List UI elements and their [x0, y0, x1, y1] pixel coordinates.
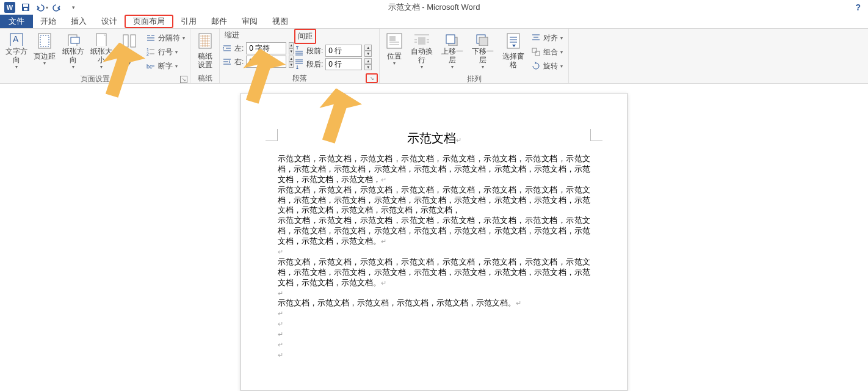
- svg-text:bc: bc: [146, 64, 153, 70]
- document-paragraph[interactable]: ↵: [278, 319, 590, 329]
- svg-text:1: 1: [146, 48, 149, 52]
- document-paragraph[interactable]: ↵: [278, 288, 590, 299]
- spacing-before-input[interactable]: [325, 45, 362, 57]
- ribbon-tabs: 文件 开始 插入 设计 页面布局 引用 邮件 审阅 视图: [0, 15, 868, 29]
- spacing-after-spinner[interactable]: ▲▼: [364, 58, 372, 70]
- spacing-after-label: 段后:: [306, 59, 323, 70]
- annotation-arrow-spacing: [226, 49, 287, 110]
- paragraph-launcher[interactable]: ↘: [366, 73, 378, 83]
- group-label-arrange: 排列: [380, 74, 568, 84]
- breaks-icon: [146, 33, 156, 43]
- spacing-before-label: 段前:: [306, 46, 323, 56]
- svg-rect-20: [446, 35, 455, 43]
- tab-references[interactable]: 引用: [173, 15, 204, 28]
- document-paragraph[interactable]: 示范文档，示范文档，示范文档，示范文档，示范文档，示范文档，示范文档，示范文档，…: [278, 185, 590, 216]
- title-bar: W ▾ ▾ 示范文档 - Microsoft Word ?: [0, 0, 868, 15]
- redo-button[interactable]: [50, 1, 65, 13]
- spacing-header: 间距: [294, 29, 316, 44]
- group-label-manuscript: 稿纸: [190, 73, 219, 83]
- document-paragraph[interactable]: 示范文档，示范文档，示范文档，示范文档，示范文档，示范文档，示范文档，示范文档，…: [278, 257, 590, 288]
- text-direction-button[interactable]: A 文字方向▾: [2, 30, 31, 71]
- svg-marker-28: [318, 89, 363, 145]
- spacing-before-icon: [294, 46, 304, 56]
- svg-marker-26: [101, 43, 146, 99]
- svg-rect-8: [71, 37, 79, 43]
- group-icon: [531, 47, 541, 57]
- svg-rect-1: [23, 4, 28, 7]
- group-manuscript: 稿纸 设置 稿纸: [190, 29, 220, 83]
- window-title: 示范文档 - Microsoft Word: [388, 2, 480, 13]
- send-backward-button[interactable]: 下移一层▾: [468, 30, 498, 71]
- annotation-arrow-launcher: [302, 89, 363, 150]
- tab-page-layout[interactable]: 页面布局: [125, 15, 173, 28]
- orientation-button[interactable]: 纸张方向▾: [59, 30, 87, 71]
- line-numbers-icon: 12: [146, 47, 156, 57]
- document-paragraph[interactable]: 示范文档，示范文档，示范文档，示范文档，示范文档，示范文档，示范文档，示范文档，…: [278, 216, 590, 247]
- document-paragraph[interactable]: ↵: [278, 340, 590, 350]
- document-paragraph[interactable]: ↵: [278, 309, 590, 319]
- hyphenation-icon: bc: [146, 61, 156, 71]
- hyphenation-button[interactable]: bc 断字▾: [143, 59, 187, 73]
- qat-customize[interactable]: ▾: [66, 1, 81, 13]
- group-objects-button[interactable]: 组合▾: [529, 45, 565, 59]
- document-paragraph[interactable]: 示范文档，示范文档，示范文档，示范文档，示范文档，示范文档，示范文档，示范文档，…: [278, 154, 590, 185]
- tab-mailings[interactable]: 邮件: [204, 15, 234, 28]
- bring-forward-button[interactable]: 上移一层▾: [437, 30, 468, 71]
- tab-home[interactable]: 开始: [33, 15, 63, 28]
- save-button[interactable]: [18, 1, 33, 13]
- position-button[interactable]: 位置▾: [382, 30, 407, 71]
- svg-marker-27: [242, 49, 287, 105]
- align-icon: [531, 33, 541, 43]
- quick-access-toolbar: W ▾ ▾: [0, 1, 81, 13]
- group-arrange: 位置▾ 自动换行▾ 上移一层▾ 下移一层▾ 选择窗格 对齐▾: [380, 29, 569, 83]
- word-icon: W: [2, 1, 17, 13]
- page-setup-launcher[interactable]: ↘: [180, 76, 187, 83]
- wrap-text-button[interactable]: 自动换行▾: [407, 30, 437, 71]
- svg-rect-25: [535, 51, 540, 56]
- svg-text:2: 2: [146, 52, 149, 56]
- document-page[interactable]: 示范文档↵ 示范文档，示范文档，示范文档，示范文档，示范文档，示范文档，示范文档…: [241, 93, 627, 391]
- svg-rect-5: [38, 34, 51, 48]
- tab-file[interactable]: 文件: [0, 15, 33, 28]
- svg-rect-22: [479, 37, 488, 46]
- tab-review[interactable]: 审阅: [234, 15, 265, 28]
- selection-pane-button[interactable]: 选择窗格: [498, 30, 529, 71]
- document-paragraph[interactable]: 示范文档，示范文档，示范文档，示范文档，示范文档，示范文档。↵: [278, 298, 590, 309]
- document-paragraph[interactable]: ↵: [278, 247, 590, 257]
- margins-button[interactable]: 页边距▾: [31, 30, 59, 71]
- align-button[interactable]: 对齐▾: [529, 31, 565, 45]
- margin-corner-tl: [266, 129, 278, 141]
- spacing-before-spinner[interactable]: ▲▼: [364, 45, 372, 57]
- tab-insert[interactable]: 插入: [63, 15, 94, 28]
- rotate-button[interactable]: 旋转▾: [529, 59, 565, 73]
- spacing-after-icon: [294, 59, 304, 69]
- document-paragraph[interactable]: ↵: [278, 350, 590, 360]
- svg-rect-18: [418, 37, 425, 45]
- indent-header: 缩进: [222, 29, 292, 42]
- breaks-button[interactable]: 分隔符▾: [143, 31, 187, 45]
- annotation-arrow-tab: [85, 43, 146, 104]
- tab-design[interactable]: 设计: [94, 15, 125, 28]
- document-area: 示范文档↵ 示范文档，示范文档，示范文档，示范文档，示范文档，示范文档，示范文档…: [0, 84, 868, 391]
- svg-rect-2: [24, 8, 27, 10]
- margin-corner-tr: [590, 129, 602, 141]
- line-numbers-button[interactable]: 12 行号▾: [143, 45, 187, 59]
- svg-rect-17: [389, 36, 396, 41]
- svg-rect-24: [532, 48, 537, 53]
- undo-button[interactable]: ▾: [34, 1, 49, 13]
- spacing-after-input[interactable]: [325, 58, 362, 70]
- svg-text:A: A: [13, 34, 19, 44]
- manuscript-settings-button[interactable]: 稿纸 设置: [193, 30, 217, 71]
- document-paragraph[interactable]: ↵: [278, 329, 590, 340]
- tab-view[interactable]: 视图: [265, 15, 295, 28]
- help-button[interactable]: ?: [852, 2, 864, 12]
- rotate-icon: [531, 61, 541, 71]
